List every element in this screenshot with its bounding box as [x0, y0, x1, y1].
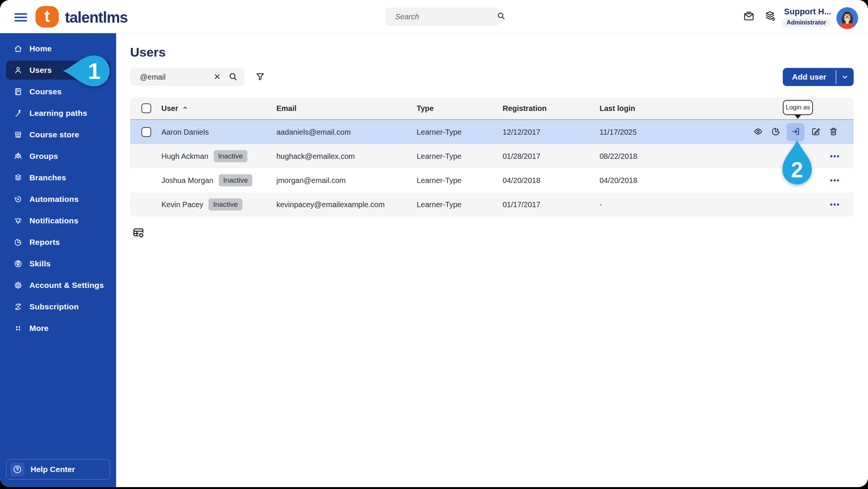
notifications-icon: [14, 216, 23, 225]
users-icon: [14, 66, 23, 75]
messages-button[interactable]: [742, 10, 756, 23]
users-table: User Email Type Registration Last login …: [130, 97, 854, 217]
preview-user-button[interactable]: [751, 125, 765, 139]
user-email: jmorgan@email.com: [276, 176, 417, 185]
app-window: t talentlms Support H...: [0, 0, 868, 487]
reports-icon: [14, 238, 23, 247]
customize-table-button[interactable]: [132, 226, 145, 240]
filter-button[interactable]: [255, 71, 265, 83]
course-stack-icon: [764, 10, 776, 24]
funnel-icon: [255, 71, 265, 83]
topbar: t talentlms Support H...: [0, 0, 868, 33]
table-row[interactable]: Joshua Morgan Inactive jmorgan@email.com…: [130, 168, 854, 192]
table-header: User Email Type Registration Last login: [130, 97, 854, 120]
sidebar-item-groups[interactable]: Groups: [6, 147, 110, 166]
table-row[interactable]: Hugh Ackman Inactive hughack@emailex.com…: [130, 144, 854, 168]
user-name: Support H...: [784, 7, 831, 17]
column-header-email[interactable]: Email: [276, 104, 417, 113]
sidebar-item-more[interactable]: More: [6, 319, 110, 338]
sidebar-item-notifications[interactable]: Notifications: [6, 211, 110, 230]
column-header-type[interactable]: Type: [417, 104, 503, 113]
more-actions-button[interactable]: •••: [830, 201, 840, 208]
page-title: Users: [130, 45, 854, 60]
login-as-button[interactable]: [787, 123, 805, 141]
skills-icon: [14, 259, 23, 268]
chevron-down-icon[interactable]: [836, 68, 854, 86]
clear-search-button[interactable]: [213, 72, 222, 82]
sidebar: Home Users Courses Learning paths Course…: [0, 33, 116, 487]
status-badge: Inactive: [209, 198, 242, 211]
home-icon: [14, 44, 23, 53]
branches-icon: [14, 173, 23, 182]
user-email: kevinpacey@emailexample.com: [276, 200, 417, 209]
subscription-icon: $: [14, 302, 23, 311]
registration-date: 12/12/2017: [503, 128, 600, 137]
user-type: Learner-Type: [417, 176, 503, 185]
submit-search-button[interactable]: [228, 71, 238, 83]
users-search-input[interactable]: [140, 73, 207, 82]
column-header-last-login[interactable]: Last login: [600, 104, 724, 113]
svg-text:1: 1: [88, 58, 100, 84]
last-login-date: 11/17/2025: [600, 128, 724, 137]
sidebar-item-course-store[interactable]: Course store: [6, 125, 110, 144]
registration-date: 01/28/2017: [503, 152, 600, 161]
user-name: Kevin Pacey: [161, 200, 203, 209]
login-as-tooltip: Login as: [783, 100, 813, 115]
column-header-registration[interactable]: Registration: [503, 104, 600, 113]
global-search[interactable]: [385, 8, 499, 26]
last-login-date: -: [600, 200, 724, 209]
user-reports-button[interactable]: [769, 125, 782, 139]
select-all-checkbox[interactable]: [141, 103, 151, 113]
avatar[interactable]: [836, 7, 858, 29]
sort-ascending-icon: [182, 104, 189, 113]
question-mark-icon: [10, 462, 25, 477]
sidebar-item-skills[interactable]: Skills: [6, 254, 110, 273]
login-as-icon: [791, 126, 801, 138]
column-header-user[interactable]: User: [161, 104, 276, 113]
more-icon: [14, 324, 23, 333]
sidebar-item-account-settings[interactable]: Account & Settings: [6, 276, 110, 295]
tooltip-arrow: [794, 115, 801, 119]
learning-paths-icon: [14, 109, 23, 118]
status-badge: Inactive: [219, 174, 252, 186]
table-body: Aaron Daniels aadaniels@email.com Learne…: [130, 120, 854, 217]
sidebar-item-subscription[interactable]: $ Subscription: [6, 297, 110, 316]
delete-user-button[interactable]: [827, 125, 840, 139]
sidebar-item-reports[interactable]: Reports: [6, 233, 110, 252]
course-catalog-button[interactable]: [763, 10, 777, 23]
course-store-icon: [14, 130, 23, 139]
edit-icon: [811, 126, 821, 138]
user-role-badge: Administrator: [782, 18, 831, 27]
trash-icon: [828, 126, 839, 138]
sidebar-item-automations[interactable]: Automations: [6, 190, 110, 209]
row-action-bar: [751, 123, 840, 141]
eye-icon: [753, 126, 763, 138]
svg-text:2: 2: [791, 157, 803, 182]
menu-button[interactable]: [14, 13, 27, 22]
sidebar-item-branches[interactable]: Branches: [6, 168, 110, 187]
pie-chart-icon: [771, 126, 781, 138]
registration-date: 01/17/2017: [503, 200, 600, 209]
sidebar-item-learning-paths[interactable]: Learning paths: [6, 104, 110, 123]
global-search-input[interactable]: [395, 12, 496, 21]
more-actions-button[interactable]: •••: [830, 152, 840, 160]
search-icon: [496, 11, 506, 22]
table-row[interactable]: Kevin Pacey Inactive kevinpacey@emailexa…: [130, 192, 854, 217]
add-user-button[interactable]: Add user: [783, 68, 854, 86]
row-checkbox[interactable]: [141, 127, 151, 137]
user-name: Hugh Ackman: [161, 152, 209, 161]
brand-logo-icon[interactable]: t: [35, 6, 59, 28]
help-center-button[interactable]: Help Center: [6, 459, 110, 480]
user-type: Learner-Type: [417, 128, 503, 137]
table-row[interactable]: Aaron Daniels aadaniels@email.com Learne…: [130, 120, 854, 144]
automations-icon: [14, 195, 23, 204]
user-email: hughack@emailex.com: [276, 152, 417, 161]
more-actions-button[interactable]: •••: [830, 177, 840, 184]
help-center-label: Help Center: [31, 465, 75, 474]
groups-icon: [14, 152, 23, 161]
users-search[interactable]: [130, 68, 244, 86]
edit-user-button[interactable]: [809, 125, 822, 139]
main-content: Users: [116, 33, 868, 487]
courses-icon: [14, 87, 23, 96]
search-icon: [228, 71, 238, 83]
